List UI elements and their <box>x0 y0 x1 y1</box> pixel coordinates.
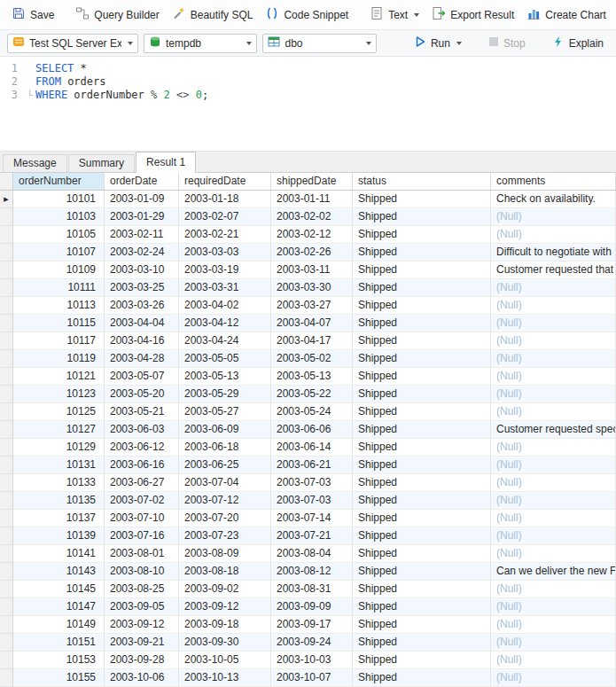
cell-requiredDate[interactable]: 2003-10-05 <box>179 652 271 669</box>
cell-status[interactable]: Shipped <box>353 563 491 581</box>
cell-comments[interactable]: (Null) <box>491 332 616 350</box>
cell-requiredDate[interactable]: 2003-03-03 <box>179 244 271 262</box>
cell-comments[interactable]: (Null) <box>491 350 616 368</box>
row-selector[interactable] <box>0 669 13 687</box>
cell-orderDate[interactable]: 2003-09-21 <box>105 634 179 652</box>
text-menu-button[interactable]: Text <box>363 2 425 27</box>
table-row[interactable]: 101172003-04-162003-04-242003-04-17Shipp… <box>0 332 616 350</box>
cell-shippedDate[interactable]: 2003-03-27 <box>271 297 353 315</box>
table-row[interactable]: 101372003-07-102003-07-202003-07-14Shipp… <box>0 510 616 527</box>
cell-orderDate[interactable]: 2003-02-11 <box>105 226 179 244</box>
cell-status[interactable]: Shipped <box>353 297 491 315</box>
cell-comments[interactable]: (Null) <box>491 545 616 563</box>
cell-status[interactable]: Shipped <box>353 279 491 297</box>
cell-status[interactable]: Shipped <box>353 368 491 386</box>
explain-button[interactable]: Explain <box>547 33 609 53</box>
cell-orderDate[interactable]: 2003-05-20 <box>105 386 179 403</box>
cell-shippedDate[interactable]: 2003-05-13 <box>271 368 353 386</box>
row-selector[interactable] <box>0 634 13 652</box>
row-selector[interactable] <box>0 616 13 634</box>
cell-shippedDate[interactable]: 2003-02-26 <box>271 244 353 262</box>
table-row[interactable]: 101312003-06-162003-06-252003-06-21Shipp… <box>0 457 616 474</box>
cell-status[interactable]: Shipped <box>353 191 491 208</box>
cell-orderNumber[interactable]: 10101 <box>13 191 105 208</box>
cell-comments[interactable]: (Null) <box>491 297 616 315</box>
cell-orderNumber[interactable]: 10115 <box>13 315 105 332</box>
cell-shippedDate[interactable]: 2003-02-12 <box>271 226 353 244</box>
cell-orderNumber[interactable]: 10153 <box>13 652 105 669</box>
cell-shippedDate[interactable]: 2003-05-24 <box>271 403 353 421</box>
cell-comments[interactable]: Can we deliver the new Fo <box>491 563 616 581</box>
row-selector[interactable] <box>0 652 13 669</box>
cell-requiredDate[interactable]: 2003-01-18 <box>179 191 271 208</box>
cell-requiredDate[interactable]: 2003-03-19 <box>179 262 271 279</box>
table-row[interactable]: 101292003-06-122003-06-182003-06-14Shipp… <box>0 439 616 457</box>
cell-shippedDate[interactable]: 2003-08-12 <box>271 563 353 581</box>
cell-orderNumber[interactable]: 10117 <box>13 332 105 350</box>
cell-orderDate[interactable]: 2003-03-25 <box>105 279 179 297</box>
run-button[interactable]: Run <box>409 33 467 53</box>
cell-shippedDate[interactable]: 2003-09-09 <box>271 598 353 616</box>
table-row[interactable]: 101072003-02-242003-03-032003-02-26Shipp… <box>0 244 616 262</box>
cell-requiredDate[interactable]: 2003-10-13 <box>179 669 271 687</box>
cell-comments[interactable]: (Null) <box>491 457 616 474</box>
cell-orderNumber[interactable]: 10151 <box>13 634 105 652</box>
tab-result-1[interactable]: Result 1 <box>136 152 196 173</box>
cell-shippedDate[interactable]: 2003-02-02 <box>271 208 353 226</box>
cell-status[interactable]: Shipped <box>353 652 491 669</box>
row-selector[interactable] <box>0 315 13 332</box>
cell-requiredDate[interactable]: 2003-04-24 <box>179 332 271 350</box>
cell-orderNumber[interactable]: 10131 <box>13 457 105 474</box>
table-row[interactable]: 101392003-07-162003-07-232003-07-21Shipp… <box>0 527 616 545</box>
table-row[interactable]: 101332003-06-272003-07-042003-07-03Shipp… <box>0 474 616 492</box>
cell-comments[interactable]: (Null) <box>491 368 616 386</box>
cell-orderDate[interactable]: 2003-09-28 <box>105 652 179 669</box>
cell-orderNumber[interactable]: 10125 <box>13 403 105 421</box>
cell-comments[interactable]: (Null) <box>491 581 616 598</box>
save-button[interactable]: Save <box>5 2 60 27</box>
table-row[interactable]: 101352003-07-022003-07-122003-07-03Shipp… <box>0 492 616 510</box>
cell-shippedDate[interactable]: 2003-07-21 <box>271 527 353 545</box>
cell-comments[interactable]: (Null) <box>491 616 616 634</box>
cell-requiredDate[interactable]: 2003-09-18 <box>179 616 271 634</box>
table-row[interactable]: 101512003-09-212003-09-302003-09-24Shipp… <box>0 634 616 652</box>
cell-orderDate[interactable]: 2003-08-25 <box>105 581 179 598</box>
cell-orderNumber[interactable]: 10139 <box>13 527 105 545</box>
row-selector[interactable] <box>0 581 13 598</box>
row-selector[interactable] <box>0 563 13 581</box>
table-row[interactable]: 101032003-01-292003-02-072003-02-02Shipp… <box>0 208 616 226</box>
cell-shippedDate[interactable]: 2003-04-07 <box>271 315 353 332</box>
cell-shippedDate[interactable]: 2003-03-30 <box>271 279 353 297</box>
table-row[interactable]: 101052003-02-112003-02-212003-02-12Shipp… <box>0 226 616 244</box>
cell-status[interactable]: Shipped <box>353 421 491 439</box>
cell-orderDate[interactable]: 2003-06-27 <box>105 474 179 492</box>
cell-comments[interactable]: (Null) <box>491 439 616 457</box>
table-row[interactable]: 101272003-06-032003-06-092003-06-06Shipp… <box>0 421 616 439</box>
row-selector[interactable] <box>0 421 13 439</box>
cell-orderDate[interactable]: 2003-07-10 <box>105 510 179 527</box>
cell-orderNumber[interactable]: 10121 <box>13 368 105 386</box>
cell-status[interactable]: Shipped <box>353 350 491 368</box>
cell-orderDate[interactable]: 2003-10-06 <box>105 669 179 687</box>
cell-shippedDate[interactable]: 2003-06-06 <box>271 421 353 439</box>
cell-orderNumber[interactable]: 10111 <box>13 279 105 297</box>
table-row[interactable]: 101432003-08-102003-08-182003-08-12Shipp… <box>0 563 616 581</box>
cell-requiredDate[interactable]: 2003-07-12 <box>179 492 271 510</box>
cell-requiredDate[interactable]: 2003-02-07 <box>179 208 271 226</box>
cell-orderNumber[interactable]: 10137 <box>13 510 105 527</box>
cell-status[interactable]: Shipped <box>353 457 491 474</box>
cell-requiredDate[interactable]: 2003-07-20 <box>179 510 271 527</box>
cell-orderDate[interactable]: 2003-07-02 <box>105 492 179 510</box>
create-chart-button[interactable]: Create Chart <box>520 2 612 27</box>
cell-status[interactable]: Shipped <box>353 527 491 545</box>
cell-comments[interactable]: Difficult to negotiate with <box>491 244 616 262</box>
cell-shippedDate[interactable]: 2003-06-21 <box>271 457 353 474</box>
cell-orderDate[interactable]: 2003-04-04 <box>105 315 179 332</box>
cell-orderDate[interactable]: 2003-09-12 <box>105 616 179 634</box>
cell-status[interactable]: Shipped <box>353 262 491 279</box>
cell-comments[interactable]: (Null) <box>491 386 616 403</box>
cell-status[interactable]: Shipped <box>353 386 491 403</box>
cell-requiredDate[interactable]: 2003-05-29 <box>179 386 271 403</box>
cell-requiredDate[interactable]: 2003-06-25 <box>179 457 271 474</box>
cell-comments[interactable]: (Null) <box>491 226 616 244</box>
